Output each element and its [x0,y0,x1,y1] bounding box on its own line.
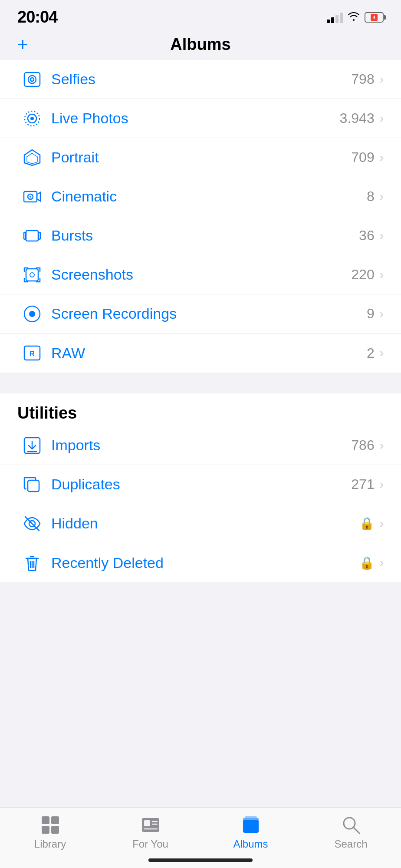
chevron-icon: › [380,556,384,570]
svg-point-2 [30,78,34,81]
chevron-icon: › [380,229,384,243]
lock-icon-hidden: 🔒 [359,516,375,531]
library-tab-label: Library [34,838,66,850]
search-tab-icon [339,815,363,835]
screenshots-label: Screenshots [47,266,351,283]
svg-rect-36 [245,816,257,818]
list-item-cinematic[interactable]: Cinematic 8 › [0,177,401,216]
chevron-icon: › [380,439,384,452]
bursts-count: 36 [359,228,375,244]
for-you-tab-icon [139,815,162,835]
utilities-section-header: Utilities [0,393,401,426]
svg-line-38 [354,828,359,833]
chevron-icon: › [380,517,384,531]
library-tab-icon [39,815,62,835]
duplicates-count: 271 [351,476,374,492]
status-icons: 4 [327,10,384,24]
duplicates-label: Duplicates [47,476,351,493]
for-you-tab-label: For You [132,838,168,850]
raw-label: RAW [47,345,367,362]
list-item-screen-recordings[interactable]: Screen Recordings 9 › [0,294,401,333]
list-item-screenshots[interactable]: Screenshots 220 › [0,255,401,294]
tab-library[interactable]: Library [0,815,100,850]
portrait-label: Portrait [47,149,351,166]
screen-recordings-label: Screen Recordings [47,305,367,322]
lock-icon-recently-deleted: 🔒 [359,556,375,570]
albums-tab-icon [239,815,263,835]
bursts-icon [17,225,47,246]
hidden-icon [17,513,47,534]
list-item-selfies[interactable]: Selfies 798 › [0,60,401,99]
signal-icon [327,12,343,23]
svg-rect-27 [42,826,49,834]
search-tab-label: Search [334,838,367,850]
svg-point-13 [30,273,34,277]
list-item-raw[interactable]: R RAW 2 › [0,333,401,373]
list-item-portrait[interactable]: Portrait 709 › [0,138,401,177]
screenshots-icon [17,264,47,285]
chevron-icon: › [380,112,384,125]
selfies-icon [17,69,47,90]
svg-rect-10 [24,232,26,239]
svg-rect-0 [24,73,40,86]
list-item-bursts[interactable]: Bursts 36 › [0,216,401,255]
chevron-icon: › [380,190,384,204]
utilities-title: Utilities [17,404,77,422]
chevron-icon: › [380,307,384,321]
tab-search[interactable]: Search [301,815,401,850]
section-divider [0,373,401,393]
list-item-duplicates[interactable]: Duplicates 271 › [0,465,401,504]
selfies-count: 798 [351,71,374,87]
page-title: Albums [170,35,230,54]
status-time: 20:04 [17,8,57,26]
live-photos-count: 3.943 [340,110,375,126]
list-item-recently-deleted[interactable]: Recently Deleted 🔒 › [0,543,401,582]
header: + Albums [0,31,401,60]
svg-rect-9 [26,231,38,241]
albums-tab-label: Albums [233,838,268,850]
svg-rect-30 [144,820,150,826]
chevron-icon: › [380,478,384,492]
svg-rect-25 [42,816,49,824]
list-item-imports[interactable]: Imports 786 › [0,426,401,465]
svg-line-20 [25,517,39,531]
screen-recordings-count: 9 [367,306,375,322]
duplicates-icon [17,474,47,495]
chevron-icon: › [380,268,384,282]
svg-rect-28 [51,826,59,834]
svg-text:R: R [30,350,35,357]
chevron-icon: › [380,151,384,165]
media-types-list: Selfies 798 › Live Photos 3.943 › Portra… [0,60,401,373]
battery-icon: 4 [365,12,384,23]
selfies-label: Selfies [47,71,351,88]
svg-point-15 [29,311,35,317]
cinematic-count: 8 [367,188,375,205]
raw-count: 2 [367,345,375,361]
screen-recordings-icon [17,304,47,324]
hidden-label: Hidden [47,515,359,532]
recently-deleted-label: Recently Deleted [47,554,359,571]
portrait-icon [17,147,47,168]
svg-point-8 [30,196,31,198]
live-photos-label: Live Photos [47,110,340,127]
recently-deleted-icon [17,552,47,573]
tab-for-you[interactable]: For You [100,815,200,850]
chevron-icon: › [380,346,384,360]
list-item-live-photos[interactable]: Live Photos 3.943 › [0,99,401,138]
svg-rect-35 [243,818,259,821]
cinematic-icon [17,186,47,207]
tab-albums[interactable]: Albums [200,815,301,850]
imports-count: 786 [351,437,374,453]
utilities-list: Imports 786 › Duplicates 271 › Hidden 🔒 … [0,426,401,582]
home-indicator [148,858,253,862]
wifi-icon [347,10,360,24]
svg-rect-12 [26,269,38,281]
imports-label: Imports [47,437,351,454]
bursts-label: Bursts [47,227,359,244]
svg-rect-11 [39,232,40,239]
portrait-count: 709 [351,149,374,165]
list-item-hidden[interactable]: Hidden 🔒 › [0,504,401,543]
svg-rect-26 [51,816,59,824]
add-album-button[interactable]: + [17,36,28,54]
chevron-icon: › [380,73,384,86]
